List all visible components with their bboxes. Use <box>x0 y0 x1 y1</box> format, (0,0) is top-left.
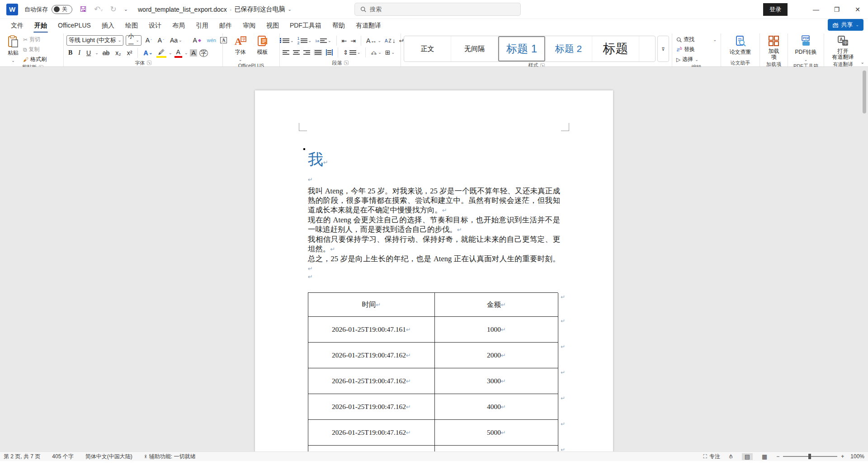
table-row[interactable]: 2026-01-25T19:00:47.162↵6000↵ <box>308 446 558 451</box>
cut-button[interactable]: ✂ 剪切 <box>22 35 48 44</box>
focus-mode-button[interactable]: ⛶ 专注 <box>703 453 720 461</box>
document-title[interactable]: word_template_list_export.docx · 已保存到这台电… <box>138 5 292 14</box>
justify-button[interactable] <box>314 49 322 56</box>
decrease-indent-button[interactable]: ⇤ <box>342 37 347 44</box>
clear-formatting-button[interactable]: A◆ <box>191 36 203 44</box>
paragraph-dialog-launcher-icon[interactable]: ↘ <box>344 61 349 65</box>
highlight-button[interactable]: 🖉 <box>156 48 166 58</box>
grow-font-button[interactable]: Aˆ <box>144 36 154 44</box>
zoom-in-icon[interactable]: + <box>841 453 844 460</box>
style-标题 1[interactable]: 标题 1 <box>498 36 545 61</box>
table-cell[interactable]: 3000↵ <box>435 368 558 394</box>
font-name-combo[interactable]: 等线 Light (中文标 ⌄ <box>66 35 123 46</box>
doc-paragraph[interactable]: 我相信只要保持学习、保持行动、保持好奇，就能让未来的自己更笃定、更坦然。↵ <box>308 235 560 254</box>
table-cell[interactable]: 6000↵ <box>435 446 558 451</box>
italic-button[interactable]: I <box>76 49 82 57</box>
web-layout-button[interactable]: ▦ <box>759 453 770 460</box>
sort-button[interactable]: AZ↓ <box>385 37 396 44</box>
font-size-combo[interactable]: 小一 ⌄ <box>126 35 142 46</box>
shading-button[interactable]: 🝓⌄ <box>371 49 382 56</box>
style-标题 2[interactable]: 标题 2 <box>545 36 592 61</box>
strikethrough-button[interactable]: ab <box>101 49 112 57</box>
language-indicator[interactable]: 简体中文(中国大陆) <box>85 453 132 461</box>
copy-button[interactable]: ⧉ 复制 <box>22 45 48 54</box>
subscript-button[interactable]: x₂ <box>113 49 123 57</box>
table-cell[interactable]: 2026-01-25T19:00:47.162↵ <box>308 368 435 394</box>
table-cell[interactable]: 2026-01-25T19:00:47.162↵ <box>308 343 435 368</box>
search-input[interactable]: 搜索 <box>354 3 521 16</box>
table-row[interactable]: 2026-01-25T19:00:47.162↵3000↵ <box>308 368 558 394</box>
doc-paragraph[interactable]: 现在的 Ateng 会更关注自己的选择、节奏和目标，也开始意识到生活并不是一味追… <box>308 215 560 235</box>
borders-button[interactable]: ⊞⌄ <box>385 49 395 56</box>
styles-more-button[interactable]: ⊽ <box>657 36 669 62</box>
addins-button[interactable]: 加载项 <box>764 34 784 61</box>
style-正文[interactable]: 正文 <box>404 36 451 61</box>
autosave-toggle[interactable]: 关 <box>52 5 72 14</box>
distribute-button[interactable] <box>326 49 333 56</box>
vertical-scrollbar[interactable] <box>862 70 867 448</box>
asian-layout-button[interactable]: A↔⌄ <box>366 37 381 44</box>
zoom-out-icon[interactable]: − <box>776 453 779 460</box>
page-indicator[interactable]: 第 2 页, 共 7 页 <box>4 453 40 461</box>
table-cell[interactable]: 2026-01-25T19:00:47.161↵ <box>308 317 435 343</box>
bold-button[interactable]: B <box>66 49 74 57</box>
underline-button[interactable]: U <box>85 49 93 57</box>
increase-indent-button[interactable]: ⇥ <box>350 37 356 44</box>
align-center-button[interactable] <box>293 49 300 56</box>
save-icon[interactable]: 🖫 <box>80 5 87 14</box>
font-color-chevron-icon[interactable]: ⌄ <box>184 51 188 55</box>
font-color-button[interactable]: A <box>175 48 182 58</box>
table-cell[interactable]: 2000↵ <box>435 343 558 368</box>
select-button[interactable]: ▷ 选择 ⌄ <box>675 55 718 64</box>
share-button[interactable]: 🖄 共享 ⌄ <box>828 19 863 31</box>
close-button[interactable]: ✕ <box>847 0 868 19</box>
table-cell[interactable]: 1000↵ <box>435 317 558 343</box>
phonetic-guide-button[interactable]: wén <box>205 37 218 43</box>
highlight-chevron-icon[interactable]: ⌄ <box>169 51 172 55</box>
doc-paragraph[interactable]: 我叫 Ateng，今年 25 岁。对我来说，25 岁是一个既不算年轻、又还未真正… <box>308 186 560 215</box>
scrollbar-thumb[interactable] <box>863 70 866 113</box>
read-mode-button[interactable]: ⫛ <box>726 453 736 460</box>
table-row[interactable]: 2026-01-25T19:00:47.161↵1000↵ <box>308 317 558 343</box>
tab-布局[interactable]: 布局 <box>167 20 190 32</box>
tab-视图[interactable]: 视图 <box>261 20 284 32</box>
style-无间隔[interactable]: 无间隔 <box>451 36 498 61</box>
table-row[interactable]: 2026-01-25T19:00:47.162↵4000↵ <box>308 394 558 420</box>
officeplus-templates-button[interactable]: 模板 <box>254 34 271 57</box>
table-header-cell[interactable]: 时间↵ <box>308 293 435 317</box>
underline-chevron-icon[interactable]: ⌄ <box>95 51 99 55</box>
collapse-ribbon-icon[interactable]: ⌄ <box>861 60 864 65</box>
document-area[interactable]: 我↵ ↵ 我叫 Ateng，今年 25 岁。对我来说，25 岁是一个既不算年轻、… <box>0 67 868 451</box>
tab-邮件[interactable]: 邮件 <box>214 20 237 32</box>
login-button[interactable]: 登录 <box>763 3 788 16</box>
table-cell[interactable]: 2026-01-25T19:00:47.162↵ <box>308 420 435 446</box>
table-cell[interactable]: 5000↵ <box>435 420 558 446</box>
tab-有道翻译[interactable]: 有道翻译 <box>350 20 387 32</box>
paper-check-button[interactable]: 论文查重 <box>727 34 754 57</box>
table-header-cell[interactable]: 金额↵ <box>435 293 558 317</box>
table-cell[interactable]: 2026-01-25T19:00:47.162↵ <box>308 446 435 451</box>
character-shading-button[interactable]: A <box>190 49 197 56</box>
tab-帮助[interactable]: 帮助 <box>327 20 350 32</box>
doc-table[interactable]: 时间↵金额↵2026-01-25T19:00:47.161↵1000↵2026-… <box>308 292 558 451</box>
tab-引用[interactable]: 引用 <box>190 20 214 32</box>
undo-icon[interactable]: ↶˅ <box>94 5 103 14</box>
font-dialog-launcher-icon[interactable]: ↘ <box>147 61 151 65</box>
tab-绘图[interactable]: 绘图 <box>120 20 143 32</box>
table-row[interactable]: 2026-01-25T19:00:47.162↵2000↵ <box>308 343 558 368</box>
tab-PDF工具箱[interactable]: PDF工具箱 <box>284 20 327 32</box>
enclose-characters-button[interactable]: 字 <box>199 49 208 57</box>
pdf-convert-button[interactable]: PDF PDF转换 ⌄ <box>793 34 820 63</box>
tab-文件[interactable]: 文件 <box>5 20 29 32</box>
accessibility-status[interactable]: 🯅 辅助功能: 一切就绪 <box>144 453 196 461</box>
bullets-button[interactable]: ⌄ <box>283 38 294 44</box>
restore-button[interactable]: ❐ <box>826 0 847 19</box>
multilevel-list-button[interactable]: 1a⌄ <box>315 38 331 44</box>
align-left-button[interactable] <box>283 49 289 56</box>
youdao-open-button[interactable]: A 中 打开有道翻译 <box>830 34 857 61</box>
text-effects-button[interactable]: A⌄ <box>142 49 154 57</box>
zoom-level[interactable]: 100% <box>850 453 864 460</box>
table-row[interactable]: 2026-01-25T19:00:47.162↵5000↵ <box>308 420 558 446</box>
numbering-button[interactable]: 12⌄ <box>297 36 312 45</box>
print-layout-button[interactable]: ▤ <box>742 453 753 460</box>
